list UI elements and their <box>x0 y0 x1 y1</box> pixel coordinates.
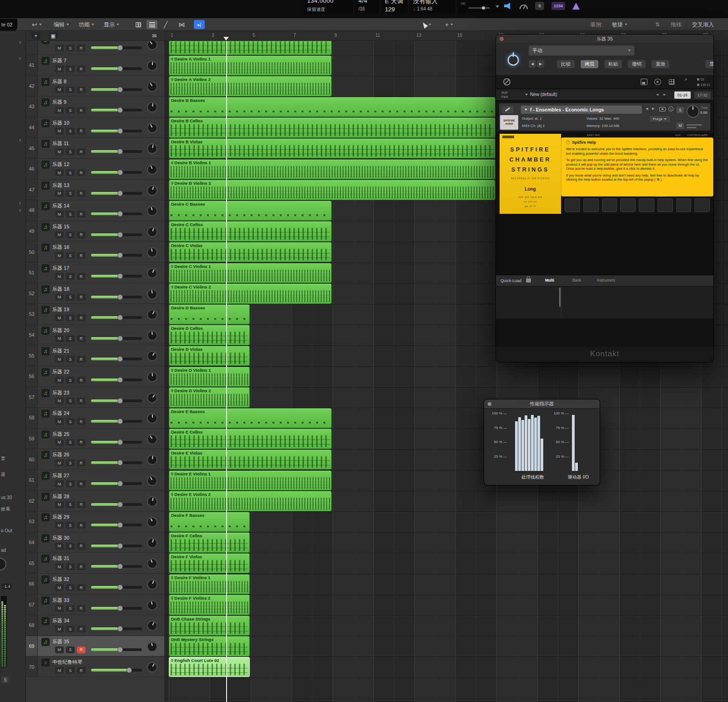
prev-instrument-icon[interactable]: ◀ <box>646 107 648 111</box>
slot-mute-button[interactable]: M <box>677 122 684 129</box>
volume-thumb[interactable] <box>117 211 123 217</box>
add-track-button[interactable]: + <box>31 32 40 40</box>
volume-thumb[interactable] <box>117 191 123 196</box>
record-enable-button[interactable]: R <box>77 211 86 217</box>
solo-button[interactable]: S <box>66 335 75 342</box>
volume-thumb[interactable] <box>117 377 123 383</box>
solo-button[interactable]: S <box>66 460 75 466</box>
volume-thumb[interactable] <box>117 128 123 134</box>
mute-button[interactable]: M <box>55 626 64 632</box>
midi-region[interactable]: ◊ Desire B Violins 2 <box>169 180 495 200</box>
volume-slider[interactable] <box>91 358 142 360</box>
record-enable-button[interactable]: R <box>77 543 86 550</box>
volume-slider[interactable] <box>91 586 142 589</box>
pan-knob[interactable] <box>146 537 159 550</box>
disclosure-icon[interactable]: › <box>19 39 21 45</box>
popout-icon[interactable] <box>683 79 690 85</box>
record-enable-button[interactable]: R <box>77 128 86 135</box>
track-header[interactable]: 67♫乐器 33MSR <box>26 595 164 616</box>
pan-knob[interactable] <box>146 619 159 633</box>
solo-button[interactable]: S <box>66 480 75 487</box>
solo-button[interactable]: S <box>66 86 75 93</box>
volume-thumb[interactable] <box>117 522 123 528</box>
volume-slider[interactable] <box>91 441 142 444</box>
quickload-tab-multi[interactable]: Multi <box>545 278 554 283</box>
mute-button[interactable]: M <box>55 128 64 135</box>
pan-knob[interactable] <box>146 143 158 155</box>
snap-selector[interactable]: 敏捷 <box>612 18 627 31</box>
solo-button[interactable]: S <box>66 418 75 425</box>
pan-knob[interactable] <box>147 329 158 341</box>
midi-region[interactable]: Desire F Basses <box>169 512 250 532</box>
plugin-window[interactable]: 乐器 35 手动 ◀ ▶ 比较 拷贝 粘贴 撤销 重做 显 32 239.13 <box>496 35 713 362</box>
solo-button[interactable]: S <box>66 626 75 632</box>
solo-button[interactable]: S <box>66 522 75 529</box>
purge-button[interactable]: Purge <box>649 116 670 122</box>
record-enable-button[interactable]: R <box>77 335 86 342</box>
pan-knob[interactable] <box>146 599 158 611</box>
midi-region[interactable]: ◊ Desire C Violins 1 <box>169 263 332 283</box>
lcd-timesig-section[interactable]: 4/4 /16 <box>354 0 380 14</box>
close-icon[interactable] <box>488 402 491 406</box>
pan-knob[interactable] <box>146 288 158 300</box>
record-enable-button[interactable]: R <box>77 522 86 529</box>
pan-knob[interactable] <box>145 515 159 529</box>
mute-button[interactable]: M <box>55 107 64 114</box>
midi-region[interactable]: Desire D Basses <box>169 304 250 325</box>
midi-region[interactable]: Desire D Violas <box>169 346 250 366</box>
keyswitch-button[interactable] <box>639 198 654 212</box>
solo-button[interactable]: S <box>66 169 75 176</box>
pan-knob[interactable] <box>146 246 158 259</box>
volume-slider[interactable] <box>91 254 142 257</box>
pan-knob[interactable] <box>145 661 159 675</box>
track-header[interactable]: 49♫乐器 15MSR <box>26 221 164 242</box>
performance-titlebar[interactable]: 性能指示器 <box>484 399 600 409</box>
volume-slider[interactable] <box>91 171 142 174</box>
track-header[interactable]: 42♫乐器 8MSR <box>26 76 164 97</box>
volume-thumb[interactable] <box>117 273 123 279</box>
record-enable-button[interactable]: R <box>77 66 86 72</box>
record-enable-button[interactable]: R <box>77 148 86 155</box>
solo-button[interactable]: S <box>66 128 75 135</box>
solo-button[interactable]: S <box>66 563 75 570</box>
volume-thumb[interactable] <box>117 294 123 300</box>
pan-knob[interactable] <box>147 454 158 465</box>
track-header[interactable]: 59♫乐器 25MSR <box>26 429 164 449</box>
power-icon[interactable] <box>508 55 519 66</box>
next-bank-icon[interactable]: ▶ <box>663 93 666 96</box>
record-enable-button[interactable]: R <box>77 377 86 384</box>
record-enable-button[interactable]: R <box>77 418 86 425</box>
pan-knob[interactable] <box>145 474 159 488</box>
volume-thumb[interactable] <box>117 502 123 507</box>
midi-region[interactable]: Desire C Cellos <box>169 221 332 242</box>
record-enable-button[interactable]: R <box>77 667 86 674</box>
solo-button[interactable]: S <box>66 314 75 321</box>
record-enable-button[interactable]: R <box>77 626 86 632</box>
midi-region[interactable]: Desire E Cellos <box>169 429 332 449</box>
drag-selector[interactable]: 交叉渐入 <box>692 18 714 31</box>
solo-button[interactable]: S <box>66 584 75 591</box>
lcd-hd-slider[interactable] <box>468 7 490 9</box>
midi-region[interactable]: Desire E Violas <box>169 449 332 470</box>
lcd-position-section[interactable]: 没有输入 ↓1 64 48 <box>409 0 456 14</box>
track-header[interactable]: 70♪中世纪鲁特琴MSR <box>26 657 164 677</box>
volume-thumb[interactable] <box>117 481 123 486</box>
bank-tab-1-16[interactable]: 01-16 <box>674 91 691 99</box>
mute-button[interactable]: M <box>55 377 64 384</box>
volume-thumb[interactable] <box>117 315 123 320</box>
volume-thumb[interactable] <box>117 232 123 237</box>
disclosure-icon[interactable]: › <box>19 55 21 61</box>
volume-thumb[interactable] <box>117 626 123 631</box>
mute-button[interactable]: M <box>55 232 64 238</box>
quickload-tab-instrument[interactable]: Instrument <box>597 278 615 283</box>
mute-button[interactable]: M <box>55 190 64 197</box>
midi-region[interactable]: Desire F Violas <box>169 553 250 574</box>
track-header[interactable]: ♫MSR <box>26 41 164 55</box>
volume-thumb[interactable] <box>117 439 123 445</box>
volume-slider[interactable] <box>91 88 142 91</box>
track-header[interactable]: 63♫乐器 29MSR <box>26 511 164 532</box>
lcd-display[interactable]: 134.0000 保留速度 4/4 /16 E 大调 129 没有输入 ↓1 6… <box>303 0 502 14</box>
keyswitch-button[interactable] <box>602 198 617 212</box>
record-enable-button[interactable]: R <box>77 480 86 487</box>
output-field[interactable]: Output: st. 1 <box>522 116 542 121</box>
